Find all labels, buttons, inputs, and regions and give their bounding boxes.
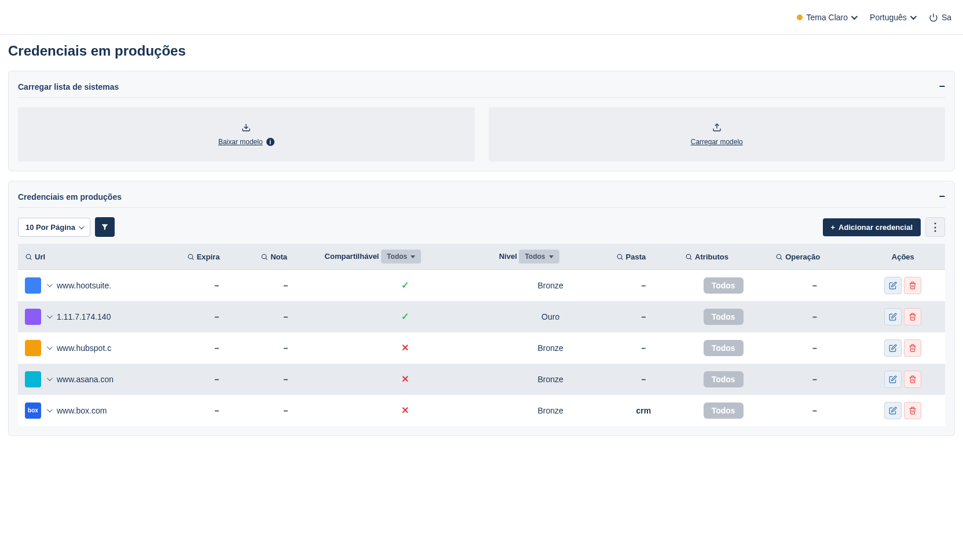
cell-nivel: Ouro [492,301,609,332]
edit-button[interactable] [884,371,902,388]
cell-nota: – [254,332,317,364]
table-panel-title: Credenciais em produções [18,192,122,202]
search-icon [187,253,195,261]
attributes-badge[interactable]: Todos [704,277,744,294]
attributes-badge[interactable]: Todos [704,371,744,387]
cell-expira: – [180,395,254,426]
cell-pasta: – [609,364,679,395]
col-nota[interactable]: Nota [254,244,317,270]
cell-operacao: – [768,301,861,332]
table-panel-header: Credenciais em produções − [18,181,945,208]
delete-button[interactable] [904,402,921,419]
col-expira[interactable]: Expira [180,244,254,270]
cell-nota: – [254,395,317,426]
page-title: Credenciais em produções [8,43,955,59]
attributes-badge[interactable]: Todos [704,402,744,419]
cell-nota: – [254,301,317,332]
filter-button[interactable] [95,217,115,237]
cell-url: 1.11.7.174.140 [18,301,180,332]
delete-button[interactable] [904,371,921,388]
download-template-box[interactable]: Baixar modelo i [18,107,475,162]
cell-operacao: – [768,364,861,395]
delete-button[interactable] [904,277,921,294]
edit-button[interactable] [884,308,902,325]
cell-atributos: Todos [678,301,768,332]
language-selector[interactable]: Português [870,13,915,22]
expand-row-icon[interactable] [47,375,53,381]
delete-button[interactable] [904,308,921,325]
edit-icon [889,344,897,352]
upload-panel-title: Carregar lista de sistemas [18,82,119,91]
theme-dot-icon [797,14,803,20]
col-pasta[interactable]: Pasta [609,244,679,270]
col-operacao[interactable]: Operação [768,244,861,270]
trash-icon [909,313,917,321]
x-icon: ✕ [401,343,409,353]
triangle-down-icon [549,255,554,258]
logout-button[interactable]: Sa [929,13,951,22]
cell-nivel: Bronze [492,364,609,395]
expand-row-icon[interactable] [47,281,53,287]
trash-icon [909,407,917,415]
app-icon [25,371,41,387]
collapse-icon[interactable]: − [939,191,945,203]
cell-pasta: – [609,270,679,301]
edit-button[interactable] [884,402,902,419]
edit-icon [889,407,897,415]
cell-nivel: Bronze [492,332,609,364]
shareable-filter-dropdown[interactable]: Todos [381,250,421,263]
table-panel: Credenciais em produções − 10 Por Página… [8,181,955,436]
url-text: 1.11.7.174.140 [57,312,111,321]
expand-row-icon[interactable] [47,344,53,350]
per-page-selector[interactable]: 10 Por Página [18,218,90,237]
more-actions-button[interactable]: ⋮ [925,217,945,237]
svg-line-14 [781,258,782,259]
url-text: www.box.com [57,406,107,415]
upload-row: Baixar modelo i Carregar modelo [18,107,945,162]
col-atributos[interactable]: Atributos [678,244,768,270]
info-icon: i [266,138,274,146]
collapse-icon[interactable]: − [939,80,945,93]
x-icon: ✕ [401,374,409,384]
cell-atributos: Todos [678,395,768,426]
cell-actions [861,395,945,426]
svg-point-5 [188,254,193,259]
svg-line-10 [621,258,623,259]
app-icon [25,340,41,356]
expand-row-icon[interactable] [47,407,53,412]
theme-label: Tema Claro [806,13,848,22]
svg-point-9 [617,254,622,259]
cell-operacao: – [768,395,861,426]
upload-panel-header: Carregar lista de sistemas − [18,71,945,98]
table-toolbar: 10 Por Página + Adicionar credencial ⋮ [18,217,945,237]
app-icon [25,309,41,325]
cell-operacao: – [768,332,861,364]
attributes-badge[interactable]: Todos [704,309,744,325]
cell-shareable: ✕ [318,395,492,426]
add-credential-button[interactable]: + Adicionar credencial [823,218,921,236]
triangle-down-icon [411,255,415,258]
edit-button[interactable] [884,277,902,294]
expand-row-icon[interactable] [47,313,53,319]
delete-button[interactable] [904,339,921,357]
level-filter-dropdown[interactable]: Todos [519,250,559,263]
edit-button[interactable] [884,339,902,357]
theme-selector[interactable]: Tema Claro [797,13,856,22]
col-url[interactable]: Url [18,244,180,270]
table-row: www.asana.con––✕Bronze–Todos– [18,364,945,395]
url-text: www.hootsuite. [57,281,111,290]
edit-icon [889,375,897,383]
cell-nota: – [254,364,317,395]
cell-url: www.hootsuite. [18,270,180,301]
upload-icon [712,123,722,132]
chevron-down-icon [910,13,917,19]
cell-pasta: – [609,301,679,332]
attributes-badge[interactable]: Todos [704,340,744,356]
upload-template-box[interactable]: Carregar modelo [489,107,946,162]
col-compartilhavel: Compartilhável Todos [318,244,492,270]
logout-label: Sa [942,13,951,22]
url-text: www.asana.con [57,375,113,384]
col-acoes: Ações [861,244,945,270]
cell-atributos: Todos [678,332,768,364]
vertical-dots-icon: ⋮ [930,221,940,233]
